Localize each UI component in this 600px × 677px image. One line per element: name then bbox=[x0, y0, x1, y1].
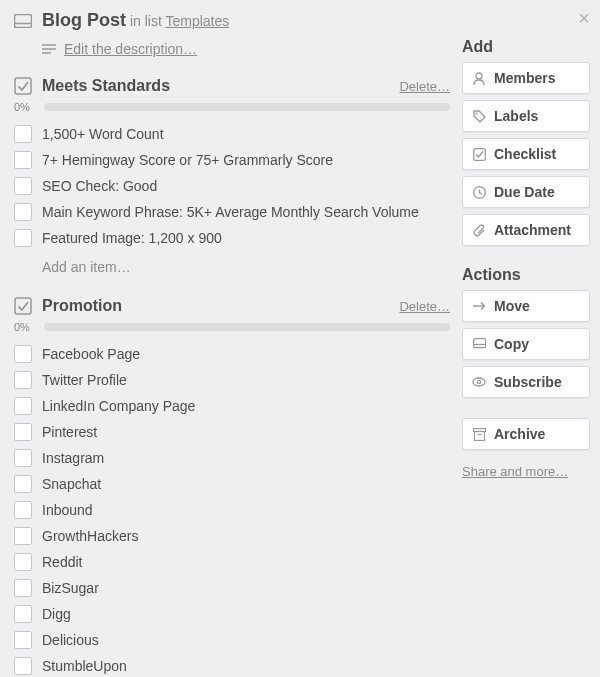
check-item[interactable]: SEO Check: Good bbox=[14, 173, 450, 199]
subscribe-button[interactable]: Subscribe bbox=[462, 366, 590, 398]
svg-point-14 bbox=[477, 380, 480, 383]
button-label: Labels bbox=[494, 108, 538, 124]
card-header: Blog Post in list Templates bbox=[14, 10, 450, 31]
svg-point-8 bbox=[475, 112, 477, 114]
check-item-label: Main Keyword Phrase: 5K+ Average Monthly… bbox=[42, 204, 419, 220]
button-label: Attachment bbox=[494, 222, 571, 238]
subscribe-icon bbox=[472, 377, 486, 387]
check-item-label: SEO Check: Good bbox=[42, 178, 157, 194]
check-item[interactable]: Digg bbox=[14, 601, 450, 627]
check-item-label: Twitter Profile bbox=[42, 372, 127, 388]
add-heading: Add bbox=[462, 38, 590, 56]
attachment-icon bbox=[472, 224, 486, 237]
checkbox[interactable] bbox=[14, 229, 32, 247]
checklist-title[interactable]: Promotion bbox=[42, 297, 389, 315]
checklist-delete-link[interactable]: Delete… bbox=[399, 79, 450, 94]
checklist-title[interactable]: Meets Standards bbox=[42, 77, 389, 95]
card-title[interactable]: Blog Post bbox=[42, 10, 126, 30]
action-buttons: MoveCopySubscribe bbox=[462, 290, 590, 398]
check-item-label: Pinterest bbox=[42, 424, 97, 440]
description-row: Edit the description… bbox=[42, 41, 450, 57]
checkbox[interactable] bbox=[14, 657, 32, 675]
due-date-button[interactable]: Due Date bbox=[462, 176, 590, 208]
check-item[interactable]: StumbleUpon bbox=[14, 653, 450, 677]
checkbox[interactable] bbox=[14, 501, 32, 519]
check-item[interactable]: Facebook Page bbox=[14, 341, 450, 367]
check-item-label: Digg bbox=[42, 606, 71, 622]
checklist-progress: 0% bbox=[14, 101, 450, 113]
checkbox[interactable] bbox=[14, 553, 32, 571]
members-button[interactable]: Members bbox=[462, 62, 590, 94]
checkbox[interactable] bbox=[14, 151, 32, 169]
checkbox[interactable] bbox=[14, 177, 32, 195]
check-item-label: Instagram bbox=[42, 450, 104, 466]
edit-description-link[interactable]: Edit the description… bbox=[64, 41, 197, 57]
members-icon bbox=[472, 72, 486, 85]
button-label: Checklist bbox=[494, 146, 556, 162]
list-link[interactable]: Templates bbox=[165, 13, 229, 29]
card-in-list: in list Templates bbox=[130, 13, 229, 29]
checkbox[interactable] bbox=[14, 423, 32, 441]
checkbox[interactable] bbox=[14, 449, 32, 467]
card-title-wrap: Blog Post in list Templates bbox=[42, 10, 229, 31]
check-item-label: GrowthHackers bbox=[42, 528, 138, 544]
check-item[interactable]: 7+ Hemingway Score or 75+ Grammarly Scor… bbox=[14, 147, 450, 173]
progress-bar bbox=[44, 103, 450, 111]
checklists-container: Meets StandardsDelete…0%1,500+ Word Coun… bbox=[14, 77, 450, 677]
check-item-label: Snapchat bbox=[42, 476, 101, 492]
check-item[interactable]: Twitter Profile bbox=[14, 367, 450, 393]
checklist-button[interactable]: Checklist bbox=[462, 138, 590, 170]
check-item-label: StumbleUpon bbox=[42, 658, 127, 674]
card-modal: × Blog Post in list Templates Edit the d… bbox=[0, 0, 600, 677]
check-item[interactable]: LinkedIn Company Page bbox=[14, 393, 450, 419]
button-label: Due Date bbox=[494, 184, 555, 200]
button-label: Copy bbox=[494, 336, 529, 352]
checkbox[interactable] bbox=[14, 605, 32, 623]
check-item-label: LinkedIn Company Page bbox=[42, 398, 195, 414]
main-column: Blog Post in list Templates Edit the des… bbox=[14, 10, 450, 677]
checklist-icon bbox=[14, 77, 32, 95]
check-item[interactable]: Snapchat bbox=[14, 471, 450, 497]
svg-rect-0 bbox=[15, 15, 32, 28]
checkbox[interactable] bbox=[14, 579, 32, 597]
svg-rect-9 bbox=[473, 148, 485, 160]
add-checklist-item[interactable]: Add an item… bbox=[42, 259, 450, 275]
add-buttons: MembersLabelsChecklistDue DateAttachment bbox=[462, 62, 590, 246]
check-item[interactable]: Featured Image: 1,200 x 900 bbox=[14, 225, 450, 251]
labels-icon bbox=[472, 110, 486, 123]
copy-button[interactable]: Copy bbox=[462, 328, 590, 360]
check-item[interactable]: Inbound bbox=[14, 497, 450, 523]
share-and-more-link[interactable]: Share and more… bbox=[462, 464, 590, 479]
check-item[interactable]: Delicious bbox=[14, 627, 450, 653]
check-item[interactable]: GrowthHackers bbox=[14, 523, 450, 549]
check-item-label: 7+ Hemingway Score or 75+ Grammarly Scor… bbox=[42, 152, 333, 168]
checkbox[interactable] bbox=[14, 345, 32, 363]
check-item[interactable]: Pinterest bbox=[14, 419, 450, 445]
check-item[interactable]: Reddit bbox=[14, 549, 450, 575]
check-item[interactable]: BizSugar bbox=[14, 575, 450, 601]
close-icon[interactable]: × bbox=[578, 8, 590, 28]
checkbox[interactable] bbox=[14, 125, 32, 143]
button-label: Move bbox=[494, 298, 530, 314]
archive-icon bbox=[472, 428, 486, 441]
checkbox[interactable] bbox=[14, 631, 32, 649]
labels-button[interactable]: Labels bbox=[462, 100, 590, 132]
check-item[interactable]: Main Keyword Phrase: 5K+ Average Monthly… bbox=[14, 199, 450, 225]
checklist-delete-link[interactable]: Delete… bbox=[399, 299, 450, 314]
in-list-prefix: in list bbox=[130, 13, 162, 29]
progress-percent: 0% bbox=[14, 101, 36, 113]
check-item[interactable]: Instagram bbox=[14, 445, 450, 471]
description-icon bbox=[42, 44, 56, 54]
archive-button[interactable]: Archive bbox=[462, 418, 590, 450]
svg-rect-16 bbox=[474, 431, 484, 440]
checkbox[interactable] bbox=[14, 203, 32, 221]
checkbox[interactable] bbox=[14, 527, 32, 545]
check-item-label: Featured Image: 1,200 x 900 bbox=[42, 230, 222, 246]
check-item-label: Reddit bbox=[42, 554, 82, 570]
checkbox[interactable] bbox=[14, 475, 32, 493]
check-item[interactable]: 1,500+ Word Count bbox=[14, 121, 450, 147]
checkbox[interactable] bbox=[14, 397, 32, 415]
attachment-button[interactable]: Attachment bbox=[462, 214, 590, 246]
move-button[interactable]: Move bbox=[462, 290, 590, 322]
checkbox[interactable] bbox=[14, 371, 32, 389]
